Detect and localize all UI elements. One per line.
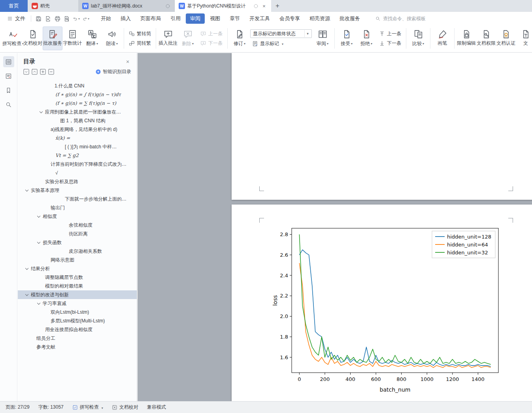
ink-button[interactable]: 画笔 <box>432 27 452 50</box>
compare-button[interactable]: 比较 <box>408 27 428 50</box>
doc-permission-button[interactable]: 文档权限 <box>476 27 496 50</box>
restrict-edit-button[interactable]: 限制编辑 <box>457 27 476 50</box>
expand-all-icon[interactable] <box>40 69 46 75</box>
toc-item[interactable]: 用全连接层拟合相似度 <box>18 325 137 334</box>
collapse-arrow-icon[interactable] <box>37 240 40 243</box>
ribbon-tab-插入[interactable]: 插入 <box>116 13 135 24</box>
toc-item[interactable]: 应用到图像上就是把一张图像放在… <box>18 108 137 116</box>
ribbon-tab-批改服务[interactable]: 批改服务 <box>335 13 364 24</box>
toc-item[interactable]: 双向Lstm(bi-Lstm) <box>18 308 137 316</box>
reject-change-button[interactable]: 拒绝 <box>357 27 376 50</box>
document-canvas[interactable]: 1.61.82.02.22.42.62.80200400600800100012… <box>138 53 532 401</box>
toc-item[interactable]: 组员分工 <box>18 334 137 343</box>
doc-certify-button[interactable]: 文档认证 <box>496 27 516 50</box>
toc-item[interactable]: 实验分析及思路 <box>18 177 137 186</box>
search-pane-toggle[interactable] <box>3 99 14 110</box>
toc-item[interactable]: 学习率衰减 <box>18 299 137 308</box>
ribbon-tab-章节[interactable]: 章节 <box>225 13 244 24</box>
toc-item[interactable]: 多层Lstm模型(Multi-Lstm) <box>18 316 137 325</box>
toc-item[interactable]: 余弦相似度 <box>18 221 137 229</box>
save-button[interactable] <box>34 14 43 23</box>
toc-item[interactable]: 模型的改进与创新 <box>18 290 137 299</box>
collapse-arrow-icon[interactable] <box>37 301 40 304</box>
toc-item[interactable]: 下面就一步步地分解上面的… <box>18 195 137 203</box>
toc-item[interactable]: 街区距离 <box>18 229 137 238</box>
doc-proofread-button[interactable]: 文档校对 <box>23 27 43 50</box>
collapse-arrow-icon[interactable] <box>37 214 40 217</box>
undo-button[interactable] <box>72 14 81 23</box>
correction-service-button[interactable]: 批改服务 <box>43 27 62 50</box>
toc-item[interactable]: 计算当前时刻的下降梯度公式改为… <box>18 160 137 169</box>
redo-button[interactable] <box>81 14 91 23</box>
clipped-ribbon-button[interactable]: 文 <box>516 27 532 50</box>
ribbon-tab-页面布局[interactable]: 页面布局 <box>136 13 165 24</box>
command-search[interactable]: 查找命令、搜索模板 <box>375 15 426 22</box>
prev-comment-button[interactable]: 上一条 <box>198 30 224 38</box>
ribbon-tab-引用[interactable]: 引用 <box>166 13 185 24</box>
read-aloud-button[interactable]: 朗读 <box>102 27 122 50</box>
toc-item[interactable]: 损失函数 <box>18 238 137 247</box>
file-menu-button[interactable]: 文件 <box>4 15 28 22</box>
print-button[interactable] <box>53 14 62 23</box>
document-page-27[interactable] <box>232 53 532 200</box>
review-pane-button[interactable]: 审阅 <box>313 27 332 50</box>
toc-item[interactable]: a)残差网络，见结果分析中的 d) <box>18 125 137 134</box>
collapse-up-icon[interactable] <box>32 69 38 75</box>
toc-item[interactable]: x̂(k) = <box>18 134 137 142</box>
next-comment-button[interactable]: 下一条 <box>198 39 224 47</box>
toc-item[interactable]: 网络示意图 <box>18 256 137 264</box>
insert-comment-button[interactable]: 插入批注 <box>158 27 178 50</box>
combo-arrow-icon[interactable] <box>304 30 311 37</box>
new-tab-button[interactable]: + <box>271 0 284 12</box>
toc-item[interactable]: 实验基本原理 <box>18 186 137 195</box>
export-button[interactable] <box>43 14 53 23</box>
ribbon-tab-开发工具[interactable]: 开发工具 <box>245 13 274 24</box>
ribbon-tab-会员专享[interactable]: 会员专享 <box>275 13 304 24</box>
collapse-arrow-icon[interactable] <box>25 266 28 269</box>
collapse-arrow-icon[interactable] <box>25 292 28 296</box>
toc-item[interactable]: 参考文献 <box>18 343 137 351</box>
status-proofread-button[interactable]: 文档校对 <box>112 404 138 411</box>
toc-item[interactable]: Vt = ∑ g2 <box>18 151 137 160</box>
toc-item[interactable]: 模型的相对最结果 <box>18 282 137 290</box>
toc-item[interactable]: 图 1，简易 CNN 结构 <box>18 116 137 125</box>
toc-pane-toggle[interactable] <box>3 56 14 67</box>
document-page-28[interactable]: 1.61.82.02.22.42.62.80200400600800100012… <box>232 205 532 401</box>
markup-state-select[interactable]: 显示标记的最终状态 <box>250 29 312 38</box>
ribbon-tab-稻壳资源[interactable]: 稻壳资源 <box>305 13 334 24</box>
word-count-button[interactable]: 字数统计 <box>62 27 82 50</box>
word-count-indicator[interactable]: 字数: 13057 <box>38 404 64 411</box>
accept-change-button[interactable]: 接受 <box>337 27 357 50</box>
tab-doc-lab7[interactable]: W lab7_循环神经网络.docx <box>78 0 175 12</box>
collapse-down-icon[interactable] <box>23 69 29 75</box>
toc-item[interactable]: 1.什么是 CNN <box>18 81 137 90</box>
prev-change-button[interactable]: 上一条 <box>377 30 403 38</box>
ribbon-tab-开始[interactable]: 开始 <box>96 13 115 24</box>
collapse-arrow-icon[interactable] <box>25 188 28 191</box>
print-preview-button[interactable] <box>62 14 72 23</box>
smart-toc-button[interactable]: 智能识别目录 <box>95 68 131 75</box>
tab-home[interactable]: 首页 <box>0 0 28 12</box>
toc-item[interactable]: 结果分析 <box>18 264 137 273</box>
toc-item[interactable]: (f ∗ g)(n) = ∫ f(τ)g(n − τ)dτ <box>18 90 137 99</box>
simp-to-trad-button[interactable]: 简转繁 <box>127 39 153 47</box>
tab-close-icon[interactable]: × <box>261 3 267 9</box>
ribbon-tab-审阅[interactable]: 审阅 <box>186 13 205 24</box>
toc-item[interactable]: 输出门 <box>18 203 137 212</box>
comments-pane-toggle[interactable] <box>3 70 14 81</box>
next-change-button[interactable]: 下一条 <box>377 39 403 47</box>
toc-item[interactable]: √ <box>18 169 137 177</box>
toc-item[interactable]: (f ∗ g)(n) = ∑ f(τ)g(n − τ) <box>18 99 137 108</box>
tab-docer[interactable]: 稻壳 <box>28 0 78 12</box>
toc-item[interactable]: 相似度 <box>18 212 137 221</box>
track-changes-button[interactable]: 修订 <box>230 27 249 50</box>
collapse-all-icon[interactable] <box>48 69 54 75</box>
spellcheck-button[interactable]: 拼写检查 <box>3 27 23 50</box>
show-markup-button[interactable]: 显示标记 <box>250 40 312 47</box>
close-icon[interactable]: × <box>124 58 131 65</box>
translate-button[interactable]: 翻译 <box>82 27 102 50</box>
collapse-arrow-icon[interactable] <box>40 110 43 113</box>
toc-item[interactable]: [ ( )]为 mini-batch 中样… <box>18 142 137 151</box>
toc-item[interactable]: 调整隐藏层节点数 <box>18 273 137 282</box>
status-spellcheck-button[interactable]: 拼写检查 <box>72 404 103 411</box>
